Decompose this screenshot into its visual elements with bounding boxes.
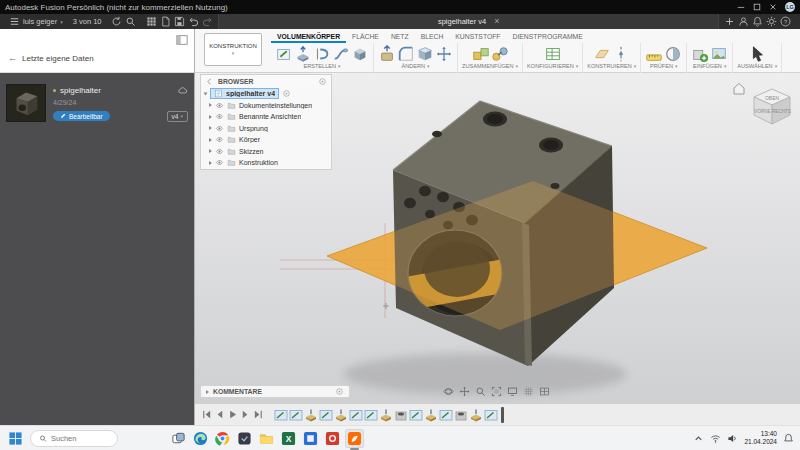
t-extrude-icon[interactable] [469,408,483,422]
ribbon-group-dropdown[interactable]: ZUSAMMENFÜGEN ▾ [462,63,518,69]
t-sketch-icon[interactable] [409,408,423,422]
revolve-icon[interactable] [313,45,331,63]
sync-icon[interactable] [111,16,122,27]
search-input[interactable] [51,434,109,443]
assemble-icon[interactable] [472,45,490,63]
skip-start-icon[interactable] [201,409,212,420]
browser-root-row[interactable]: spigelhalter v4 [201,88,331,100]
task-view-icon[interactable] [169,429,188,448]
app-dark-icon[interactable] [235,429,254,448]
explorer-icon[interactable] [257,429,276,448]
ribbon-group-dropdown[interactable]: KONFIGURIEREN ▾ [527,63,578,69]
configure-icon[interactable] [544,45,562,63]
browser-item[interactable]: Ursprung [201,123,331,135]
extrude-icon[interactable] [294,45,312,63]
press-pull-icon[interactable] [378,45,396,63]
file-icon[interactable] [160,16,171,27]
file-thumbnail[interactable] [6,84,46,122]
volume-icon[interactable] [727,433,738,444]
version-selector[interactable]: v4 ▾ [167,111,188,122]
ribbon-group-dropdown[interactable]: AUSWÄHLEN ▾ [737,63,777,69]
browser-item[interactable]: Konstruktion [201,157,331,169]
disclosure-icon[interactable] [209,115,212,119]
select-icon[interactable] [748,45,766,63]
primitive-icon[interactable] [351,45,369,63]
t-sketch-icon[interactable] [274,408,288,422]
person-icon[interactable] [738,16,749,27]
t-sketch-icon[interactable] [349,408,363,422]
disclosure-icon[interactable] [209,126,212,130]
skip-end-icon[interactable] [253,409,264,420]
help-icon[interactable]: ? [780,16,791,27]
t-sketch-icon[interactable] [319,408,333,422]
step-fwd-icon[interactable] [240,409,251,420]
ribbon-tab[interactable]: FLÄCHE [346,29,385,43]
target-icon[interactable] [318,77,327,86]
decal-icon[interactable] [710,45,728,63]
viewcube-top-label[interactable]: OBEN [765,95,780,101]
start-button[interactable] [6,429,25,448]
t-sketch-icon[interactable] [484,408,498,422]
notifications-icon[interactable] [783,433,794,444]
eye-icon[interactable] [215,124,224,133]
ribbon-tab[interactable]: VOLUMENKÖRPER [271,29,346,43]
chrome-icon[interactable] [213,429,232,448]
plane-icon[interactable] [593,45,611,63]
ribbon-group-dropdown[interactable]: ÄNDERN ▾ [401,63,429,69]
ribbon-tab[interactable]: KUNSTSTOFF [449,29,506,43]
section-icon[interactable] [664,45,682,63]
undo-icon[interactable] [188,16,199,27]
file-card[interactable]: spigelhalter 4/29/24 Bearbeitbar v4 ▾ [6,84,188,122]
edge-icon[interactable] [191,429,210,448]
comments-bar[interactable]: KOMMENTARE [200,385,350,398]
browser-item[interactable]: Skizzen [201,146,331,158]
t-extrude-icon[interactable] [424,408,438,422]
app-blue-icon[interactable] [301,429,320,448]
document-tab[interactable]: spigelhalter v4 × [218,14,719,29]
search-icon[interactable] [125,16,136,27]
t-extrude-icon[interactable] [334,408,348,422]
disclosure-icon[interactable] [209,161,212,165]
eye-icon[interactable] [215,101,224,110]
ribbon-tab[interactable]: DIENSTPROGRAMME [507,29,589,43]
eye-icon[interactable] [215,135,224,144]
timeline-position-marker[interactable] [501,407,504,423]
user-avatar[interactable]: LG [785,2,795,12]
gear-icon[interactable] [766,16,777,27]
editable-badge[interactable]: Bearbeitbar [53,111,110,121]
play-icon[interactable] [227,409,238,420]
browser-item[interactable]: Körper [201,134,331,146]
eye-icon[interactable] [215,147,224,156]
axis-icon[interactable] [612,45,630,63]
save-icon[interactable] [174,16,185,27]
t-sketch-icon[interactable] [364,408,378,422]
close-icon[interactable] [765,1,781,13]
viewport-icon[interactable] [539,386,550,397]
disclosure-icon[interactable] [209,103,212,107]
redo-icon[interactable] [202,16,213,27]
back-arrow-icon[interactable]: ← [8,53,17,63]
shell-icon[interactable] [416,45,434,63]
excel-icon[interactable]: X [279,429,298,448]
pan-icon[interactable] [459,386,470,397]
app-red-icon[interactable] [323,429,342,448]
sweep-icon[interactable] [332,45,350,63]
ribbon-group-dropdown[interactable]: ERSTELLEN ▾ [303,63,340,69]
ribbon-tab[interactable]: BLECH [415,29,450,43]
t-extrude-icon[interactable] [379,408,393,422]
viewcube-home-icon[interactable] [734,84,744,95]
fusion-icon[interactable] [345,429,364,448]
insert-icon[interactable] [691,45,709,63]
t-hole-icon[interactable] [394,408,408,422]
wifi-icon[interactable] [710,433,721,444]
create-sketch-icon[interactable] [275,45,293,63]
workspace-selector[interactable]: KONSTRUKTION ▾ [204,33,262,66]
disclosure-icon[interactable] [206,390,209,394]
grid-icon[interactable] [146,16,157,27]
maximize-icon[interactable] [749,1,765,13]
collapse-left-icon[interactable] [205,77,214,86]
minimize-icon[interactable] [733,1,749,13]
browser-root-selection[interactable]: spigelhalter v4 [210,88,279,99]
viewcube-right-label[interactable]: RECHTS [772,109,791,114]
joint-icon[interactable] [491,45,509,63]
